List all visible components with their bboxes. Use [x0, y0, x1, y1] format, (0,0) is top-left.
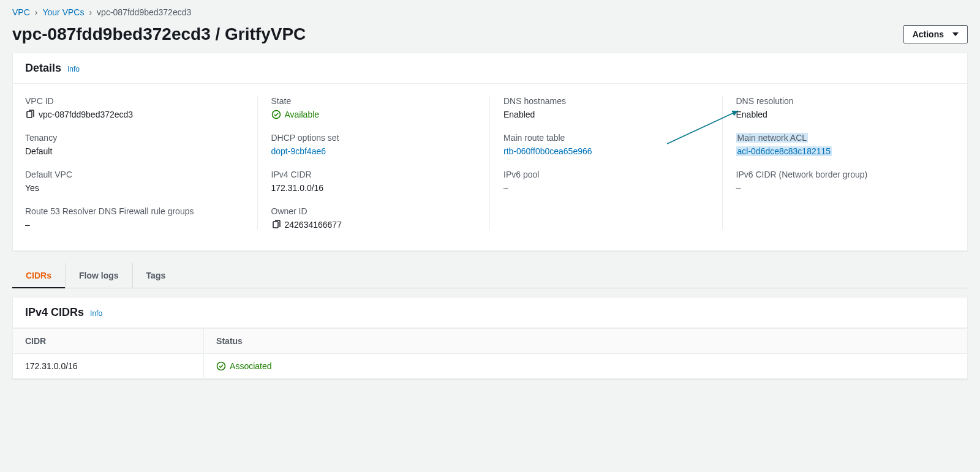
tabs: CIDRs Flow logs Tags: [12, 263, 968, 288]
label-ipv4-cidr: IPv4 CIDR: [271, 170, 477, 179]
label-owner-id: Owner ID: [271, 206, 477, 216]
value-default-vpc: Yes: [25, 183, 244, 193]
value-dns-hostnames: Enabled: [503, 110, 709, 119]
chevron-right-icon: ›: [35, 7, 38, 17]
label-dhcp: DHCP options set: [271, 133, 477, 143]
chevron-right-icon: ›: [89, 7, 92, 17]
label-main-acl: Main network ACL: [736, 133, 942, 143]
value-r53-fw: –: [25, 220, 244, 230]
page-title: vpc-087fdd9bed372ecd3 / GritfyVPC: [12, 24, 306, 44]
breadcrumb: VPC › Your VPCs › vpc-087fdd9bed372ecd3: [12, 7, 968, 21]
cidrs-table: CIDR Status 172.31.0.0/16 Associated: [13, 328, 967, 379]
label-vpc-id: VPC ID: [25, 96, 244, 106]
cell-cidr: 172.31.0.0/16: [13, 354, 204, 379]
breadcrumb-level1[interactable]: Your VPCs: [42, 7, 84, 17]
actions-button[interactable]: Actions: [903, 25, 968, 43]
cidrs-title: IPv4 CIDRs: [25, 306, 84, 319]
cidrs-info-link[interactable]: Info: [90, 309, 102, 318]
svg-rect-0: [27, 111, 32, 118]
tab-tags[interactable]: Tags: [133, 263, 179, 288]
label-default-vpc: Default VPC: [25, 170, 244, 179]
check-circle-icon: [216, 361, 226, 371]
copy-icon[interactable]: [271, 220, 281, 230]
label-dns-hostnames: DNS hostnames: [503, 96, 709, 106]
label-state: State: [271, 96, 477, 106]
label-tenancy: Tenancy: [25, 133, 244, 143]
check-circle-icon: [271, 110, 281, 119]
col-status: Status: [204, 329, 967, 354]
caret-down-icon: [952, 32, 959, 36]
label-dns-resolution: DNS resolution: [736, 96, 942, 106]
label-main-rtb: Main route table: [503, 133, 709, 143]
actions-button-label: Actions: [913, 29, 944, 39]
value-dns-resolution: Enabled: [736, 110, 942, 119]
details-panel: Details Info VPC ID: [12, 53, 968, 251]
label-ipv6-cidr: IPv6 CIDR (Network border group): [736, 170, 942, 179]
breadcrumb-root[interactable]: VPC: [12, 7, 30, 17]
cell-status: Associated: [230, 361, 271, 371]
value-owner-id: 242634166677: [285, 220, 342, 230]
tab-cidrs[interactable]: CIDRs: [12, 263, 66, 288]
label-r53-fw: Route 53 Resolver DNS Firewall rule grou…: [25, 206, 244, 216]
tab-flow-logs[interactable]: Flow logs: [66, 263, 133, 288]
cidrs-panel: IPv4 CIDRs Info CIDR Status 172.31.0.0/1…: [12, 297, 968, 380]
value-ipv4-cidr: 172.31.0.0/16: [271, 183, 477, 193]
details-info-link[interactable]: Info: [67, 65, 80, 73]
table-row: 172.31.0.0/16 Associated: [13, 354, 967, 379]
value-tenancy: Default: [25, 146, 244, 156]
label-ipv6-pool: IPv6 pool: [503, 170, 709, 179]
col-cidr: CIDR: [13, 329, 204, 354]
details-title: Details: [25, 62, 61, 75]
value-ipv6-pool: –: [503, 183, 709, 193]
value-main-rtb-link[interactable]: rtb-060ff0b0cea65e966: [503, 146, 592, 156]
value-ipv6-cidr: –: [736, 183, 942, 193]
value-state: Available: [285, 110, 320, 119]
breadcrumb-current: vpc-087fdd9bed372ecd3: [97, 7, 191, 17]
copy-icon[interactable]: [25, 110, 35, 119]
value-main-acl-link[interactable]: acl-0d6dce8c83c182115: [736, 146, 832, 156]
value-dhcp-link[interactable]: dopt-9cbf4ae6: [271, 146, 326, 156]
svg-rect-2: [273, 222, 278, 228]
value-vpc-id: vpc-087fdd9bed372ecd3: [39, 110, 133, 119]
